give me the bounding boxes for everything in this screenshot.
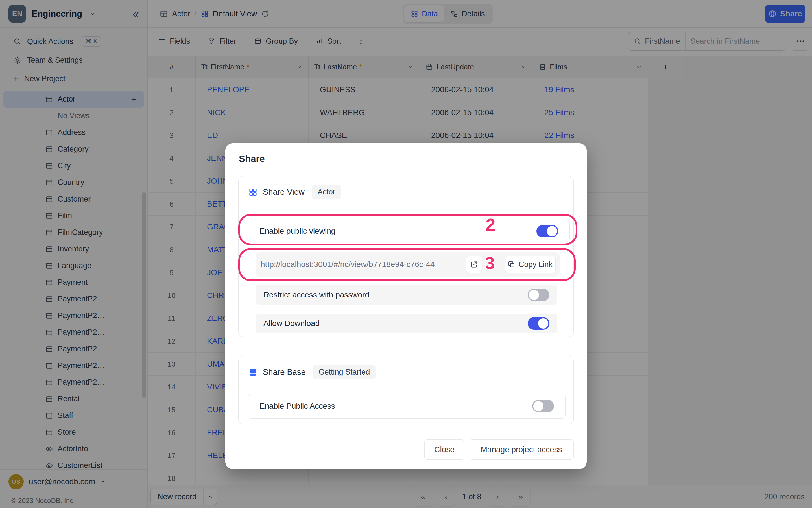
grid-icon xyxy=(248,187,258,197)
database-icon xyxy=(248,368,258,377)
annotation-rect-2 xyxy=(238,214,577,245)
share-base-header: Share Base Getting Started xyxy=(248,365,375,379)
enable-public-access-label: Enable Public Access xyxy=(259,401,335,411)
restrict-password-label: Restrict access with password xyxy=(263,290,369,299)
modal-footer: Close Manage project access xyxy=(424,439,574,460)
allow-download-row: Allow Download xyxy=(255,313,557,333)
modal-title: Share xyxy=(239,154,265,164)
close-button[interactable]: Close xyxy=(424,439,464,460)
enable-public-access-row: Enable Public Access xyxy=(248,394,566,419)
share-base-heading: Share Base xyxy=(263,368,306,377)
share-view-header: Share View Actor xyxy=(248,185,341,199)
manage-project-access-button[interactable]: Manage project access xyxy=(469,439,574,460)
share-view-heading: Share View xyxy=(263,187,304,197)
share-modal: Share Share View Actor Enable public vie… xyxy=(225,143,587,469)
share-base-target-chip: Getting Started xyxy=(313,365,376,379)
annotation-number-3: 3 xyxy=(485,253,495,273)
restrict-password-toggle[interactable] xyxy=(528,289,550,301)
annotation-rect-3 xyxy=(238,248,576,281)
share-view-target-chip: Actor xyxy=(312,185,341,199)
restrict-password-row: Restrict access with password xyxy=(255,285,557,304)
public-access-toggle[interactable] xyxy=(532,400,554,412)
nocodb-app: EN Engineering « Quick Actions ⌘ K Team … xyxy=(0,0,812,508)
share-base-section: Share Base Getting Started Enable Public… xyxy=(238,356,574,424)
allow-download-toggle[interactable] xyxy=(528,317,550,330)
annotation-number-2: 2 xyxy=(486,214,495,235)
allow-download-label: Allow Download xyxy=(263,319,320,328)
